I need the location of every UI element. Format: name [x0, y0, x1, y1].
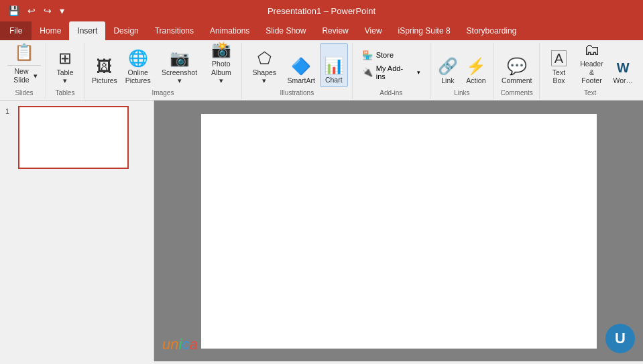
textbox-icon: A — [551, 50, 567, 66]
tab-animations[interactable]: Animations — [202, 21, 257, 40]
store-button[interactable]: 🏪 Store — [359, 49, 423, 62]
screenshot-button[interactable]: 📷 Screenshot ▾ — [156, 43, 204, 87]
online-pictures-button[interactable]: 🌐 OnlinePictures — [122, 43, 154, 87]
link-icon: 🔗 — [438, 58, 458, 74]
slide-1-container: 1 — [5, 106, 148, 169]
ribbon: 📋 New Slide ▾ Slides ⊞ Table ▾ Tables 🖼 … — [0, 40, 643, 101]
new-slide-button[interactable]: 📋 New Slide ▾ — [7, 43, 42, 87]
ribbon-group-text: A TextBox 🗂 Header& Footer W Wor… Text — [540, 43, 640, 99]
slides-panel: 1 — [0, 101, 154, 361]
header-footer-icon: 🗂 — [584, 42, 600, 58]
pictures-icon: 🖼 — [97, 58, 113, 74]
tab-ispring[interactable]: iSpring Suite 8 — [390, 21, 459, 40]
unica-logo: unica — [162, 336, 198, 353]
header-footer-button[interactable]: 🗂 Header& Footer — [575, 43, 608, 87]
tab-insert[interactable]: Insert — [69, 21, 105, 40]
main-area: 1 unica U — [0, 101, 643, 361]
unica-u: u — [162, 336, 170, 353]
comments-group-label: Comments — [498, 87, 536, 99]
new-slide-icon[interactable]: 📋 — [7, 39, 41, 66]
quick-access-toolbar: 💾 ↩ ↪ ▾ — [5, 4, 67, 17]
slides-group-label: Slides — [7, 87, 42, 99]
slides-group-items: 📋 New Slide ▾ — [7, 43, 42, 87]
table-icon: ⊞ — [58, 50, 72, 66]
shapes-button[interactable]: ⬠ Shapes ▾ — [246, 43, 282, 87]
tab-storyboarding[interactable]: Storyboarding — [459, 21, 525, 40]
tables-group-items: ⊞ Table ▾ — [50, 43, 80, 87]
customize-icon[interactable]: ▾ — [57, 4, 67, 17]
store-label: Store — [376, 51, 394, 59]
textbox-button[interactable]: A TextBox — [544, 43, 573, 87]
addins-icon: 🔌 — [362, 67, 373, 77]
images-group-items: 🖼 Pictures 🌐 OnlinePictures 📷 Screenshot… — [89, 43, 237, 87]
tab-design[interactable]: Design — [105, 21, 146, 40]
comments-group-items: 💬 Comment — [498, 43, 536, 87]
ribbon-group-illustrations: ⬠ Shapes ▾ 🔷 SmartArt 📊 Chart Illustrati… — [242, 43, 353, 99]
ribbon-group-tables: ⊞ Table ▾ Tables — [46, 43, 84, 99]
ribbon-group-images: 🖼 Pictures 🌐 OnlinePictures 📷 Screenshot… — [84, 43, 242, 99]
my-addins-button[interactable]: 🔌 My Add-ins ▾ — [359, 63, 423, 82]
link-button[interactable]: 🔗 Link — [434, 43, 461, 87]
store-icon: 🏪 — [362, 50, 373, 60]
ribbon-group-slides: 📋 New Slide ▾ Slides — [3, 43, 46, 99]
screenshot-icon: 📷 — [170, 50, 190, 66]
save-icon[interactable]: 💾 — [5, 4, 22, 17]
tables-group-label: Tables — [50, 87, 80, 99]
chart-button[interactable]: 📊 Chart — [320, 43, 348, 87]
tab-file[interactable]: File — [0, 21, 32, 40]
links-group-items: 🔗 Link ⚡ Action — [434, 43, 489, 87]
wordart-button[interactable]: W Wor… — [610, 43, 636, 87]
addins-label: My Add-ins — [376, 64, 412, 80]
ribbon-group-links: 🔗 Link ⚡ Action Links — [430, 43, 494, 99]
redo-icon[interactable]: ↪ — [41, 4, 54, 17]
window-title: Presentation1 – PowerPoint — [268, 6, 375, 16]
slide-canvas[interactable] — [201, 114, 597, 349]
tab-review[interactable]: Review — [314, 21, 356, 40]
text-group-items: A TextBox 🗂 Header& Footer W Wor… — [544, 43, 636, 87]
ribbon-group-addins: 🏪 Store 🔌 My Add-ins ▾ Add-ins — [353, 43, 430, 99]
unica-c: c — [182, 336, 189, 353]
slide-number-1: 1 — [5, 106, 15, 115]
photo-album-button[interactable]: 📸 PhotoAlbum ▾ — [205, 43, 238, 87]
pictures-button[interactable]: 🖼 Pictures — [89, 43, 121, 87]
new-slide-label[interactable]: New Slide ▾ — [7, 66, 41, 86]
addins-items: 🏪 Store 🔌 My Add-ins ▾ — [357, 43, 426, 87]
tab-transitions[interactable]: Transitions — [147, 21, 202, 40]
canvas-area: unica U — [154, 101, 643, 361]
unica-n: n — [170, 336, 178, 353]
photo-album-icon: 📸 — [211, 42, 231, 58]
unica-a: a — [189, 336, 197, 353]
images-group-label: Images — [89, 87, 237, 99]
action-button[interactable]: ⚡ Action — [463, 43, 489, 87]
table-button[interactable]: ⊞ Table ▾ — [50, 43, 80, 87]
tab-home[interactable]: Home — [32, 21, 69, 40]
addins-group-label: Add-ins — [357, 87, 426, 99]
smartart-icon: 🔷 — [291, 58, 311, 74]
tab-view[interactable]: View — [357, 21, 390, 40]
comment-button[interactable]: 💬 Comment — [498, 43, 536, 87]
action-icon: ⚡ — [466, 58, 486, 74]
smartart-button[interactable]: 🔷 SmartArt — [284, 43, 318, 87]
illustrations-group-label: Illustrations — [246, 87, 348, 99]
text-group-label: Text — [544, 87, 636, 99]
slide-thumbnail-1[interactable] — [18, 106, 129, 169]
wordart-icon: W — [617, 61, 630, 74]
illustrations-group-items: ⬠ Shapes ▾ 🔷 SmartArt 📊 Chart — [246, 43, 348, 87]
unica-circle-letter: U — [615, 330, 626, 347]
ribbon-tabs: File Home Insert Design Transitions Anim… — [0, 21, 643, 40]
tab-slideshow[interactable]: Slide Show — [257, 21, 314, 40]
undo-icon[interactable]: ↩ — [25, 4, 38, 17]
unica-circle-logo: U — [605, 324, 635, 353]
title-bar: 💾 ↩ ↪ ▾ Presentation1 – PowerPoint — [0, 0, 643, 21]
shapes-icon: ⬠ — [257, 50, 272, 66]
addins-dropdown-icon: ▾ — [417, 69, 420, 76]
links-group-label: Links — [434, 87, 489, 99]
chart-icon: 📊 — [324, 58, 344, 74]
ribbon-group-comments: 💬 Comment Comments — [494, 43, 540, 99]
comment-icon: 💬 — [507, 58, 527, 74]
online-pictures-icon: 🌐 — [128, 50, 148, 66]
